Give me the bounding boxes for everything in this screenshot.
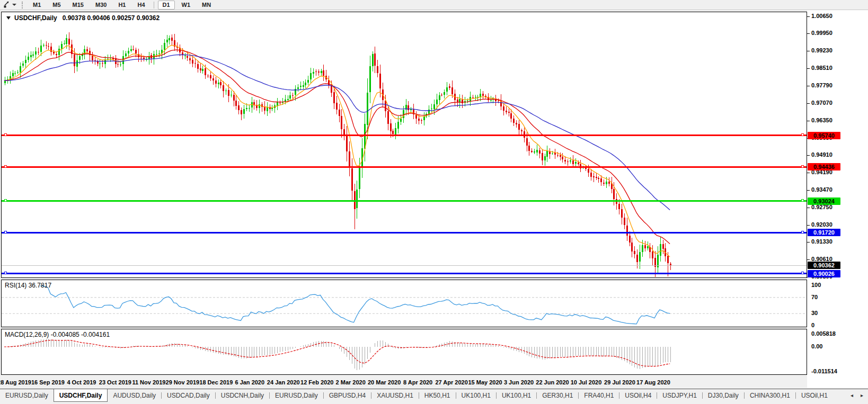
price-tick-mark [807, 173, 810, 173]
level-price-badge: 0.91720 [808, 229, 840, 236]
timeframe-button-m1[interactable]: M1 [28, 1, 46, 10]
price-axis[interactable]: 1.006500.999500.992300.985100.977900.970… [807, 10, 868, 388]
trendline-handle[interactable] [4, 133, 7, 136]
price-tick-mark [807, 68, 810, 69]
timeframe-button-w1[interactable]: W1 [177, 1, 196, 10]
rsi-label: RSI(14) 36.7817 [5, 282, 51, 289]
macd-label: MACD(12,26,9) -0.004085 -0.004161 [5, 331, 110, 338]
tab-scroll-right-icon[interactable]: ▸ [859, 390, 865, 401]
price-tick-mark [807, 51, 810, 51]
candlestick-chart-canvas[interactable] [2, 12, 807, 277]
price-tick-mark [807, 86, 810, 86]
tool-dropdown-caret-icon[interactable] [12, 4, 16, 6]
price-tick-mark [807, 190, 810, 191]
rsi-chart-canvas[interactable] [2, 280, 807, 327]
price-tick-mark [807, 155, 810, 156]
main-chart-panel[interactable]: USDCHF,Daily 0.90378 0.90406 0.90257 0.9… [1, 12, 807, 278]
chart-tab-xauusd-h1[interactable]: XAUUSD,H1 [371, 389, 419, 402]
level-price-badge: 0.90026 [808, 270, 840, 277]
timeframe-button-mn[interactable]: MN [197, 1, 216, 10]
level-price-badge: 0.93024 [808, 197, 840, 205]
chart-tab-usdcnh-daily[interactable]: USDCNH,Daily [216, 389, 269, 402]
macd-panel[interactable]: MACD(12,26,9) -0.004085 -0.004161 [1, 329, 807, 375]
chart-tab-eurusd-daily[interactable]: EURUSD,Daily [0, 389, 54, 402]
chart-tab-bar: EURUSD,DailyUSDCHF,DailyAUDUSD,DailyUSDC… [0, 389, 868, 402]
chart-tab-hk50-h1[interactable]: HK50,H1 [419, 389, 456, 402]
tab-scroll-left-icon[interactable]: ◂ [849, 390, 855, 401]
ohlc-values: 0.90378 0.90406 0.90257 0.90362 [63, 14, 160, 22]
price-tick-mark [807, 259, 810, 260]
trendline-handle[interactable] [801, 165, 804, 168]
price-tick-mark [807, 225, 810, 226]
trendline-handle[interactable] [801, 272, 804, 274]
chart-tab-audusd-daily[interactable]: AUDUSD,Daily [108, 389, 161, 402]
rsi-tick-label: 0 [811, 322, 814, 328]
price-tick-label: 0.96350 [811, 117, 832, 123]
trendline-handle[interactable] [801, 133, 804, 136]
chart-tab-usoil-h1[interactable]: USOil,H1 [796, 389, 833, 402]
chart-tabs: EURUSD,DailyUSDCHF,DailyAUDUSD,DailyUSDC… [0, 389, 846, 402]
trendline-handle[interactable] [4, 231, 7, 234]
rsi-tick-label: 100 [811, 282, 821, 288]
chart-tab-usdchf-daily[interactable]: USDCHF,Daily [54, 389, 108, 402]
terminal-window: M1M5M15M30H1H4D1W1MN USDCHF,Daily 0.9037… [0, 0, 868, 404]
symbol-name: USDCHF,Daily [14, 14, 57, 22]
chart-tab-usdcad-daily[interactable]: USDCAD,Daily [162, 389, 215, 402]
timeframe-button-h1[interactable]: H1 [113, 1, 130, 10]
chart-tab-dj30-daily[interactable]: DJ30,Daily [703, 389, 744, 402]
date-axis[interactable]: 28 Aug 201916 Sep 20194 Oct 201923 Oct 2… [0, 375, 807, 389]
toolbar-grip [22, 2, 23, 8]
chart-tab-usoil-h4[interactable]: USOil,H4 [619, 389, 657, 402]
trendline-handle[interactable] [4, 199, 7, 202]
level-price-badge: 0.95740 [808, 132, 840, 139]
timeframe-buttons: M1M5M15M30H1H4D1W1MN [27, 1, 217, 10]
chart-tab-usdjpy-h1[interactable]: USDJPY,H1 [657, 389, 702, 402]
crosshair-tool-glyph [3, 1, 10, 8]
macd-chart-canvas[interactable] [2, 329, 807, 374]
macd-tick-label: 0.005818 [811, 330, 836, 337]
level-price-badge: 0.94436 [808, 163, 840, 170]
symbol-dropdown-icon[interactable] [6, 16, 11, 20]
rsi-tick-label: 70 [811, 294, 818, 300]
price-tick-label: 0.97790 [811, 82, 832, 88]
chart-tab-uk100-h1[interactable]: UK100,H1 [497, 389, 536, 402]
chart-tab-ger30-h1[interactable]: GER30,H1 [537, 389, 578, 402]
timeframe-button-m15[interactable]: M15 [68, 1, 88, 10]
price-tick-label: 0.91330 [811, 238, 832, 245]
chart-title: USDCHF,Daily 0.90378 0.90406 0.90257 0.9… [6, 14, 160, 22]
price-tick-label: 0.90610 [811, 256, 832, 262]
timeframe-button-d1[interactable]: D1 [158, 1, 175, 10]
date-tick-label: 17 Aug 2020 [630, 379, 677, 385]
price-tick-label: 1.00650 [811, 13, 832, 19]
chart-tab-china300-h1[interactable]: CHINA300,H1 [745, 389, 795, 402]
timeframe-button-m5[interactable]: M5 [48, 1, 65, 10]
tab-scroll-buttons: ◂ ▸ [846, 389, 868, 402]
chart-tab-uk100-h1[interactable]: UK100,H1 [456, 389, 496, 402]
price-tick-label: 0.99230 [811, 47, 832, 53]
crosshair-tool-icon[interactable] [2, 1, 11, 9]
trendline-handle[interactable] [4, 272, 7, 274]
macd-tick-label: -0.011514 [811, 368, 837, 374]
price-tick-mark [807, 242, 810, 243]
timeframe-toolbar: M1M5M15M30H1H4D1W1MN [0, 0, 868, 10]
macd-tick-label: 0.00 [811, 343, 822, 349]
timeframe-button-m30[interactable]: M30 [91, 1, 111, 10]
price-tick-mark [807, 33, 810, 34]
price-tick-mark [807, 208, 810, 208]
rsi-panel[interactable]: RSI(14) 36.7817 [1, 280, 807, 327]
trendline-handle[interactable] [4, 165, 7, 168]
trendline-handle[interactable] [801, 231, 804, 234]
price-tick-mark [807, 16, 810, 17]
rsi-tick-label: 30 [811, 310, 818, 316]
timeframe-button-h4[interactable]: H4 [132, 1, 149, 10]
price-tick-label: 0.92030 [811, 221, 832, 228]
chart-tab-eurusd-daily[interactable]: EURUSD,Daily [270, 389, 323, 402]
trendline-handle[interactable] [801, 199, 804, 202]
chart-tab-gbpusd-h4[interactable]: GBPUSD,H4 [324, 389, 371, 402]
price-tick-mark [807, 103, 810, 104]
chart-tab-fra40-h1[interactable]: FRA40,H1 [579, 389, 619, 402]
price-tick-label: 0.97070 [811, 100, 832, 106]
price-tick-mark [807, 121, 810, 121]
price-tick-label: 0.99950 [811, 30, 832, 36]
price-tick-label: 0.98510 [811, 65, 832, 71]
